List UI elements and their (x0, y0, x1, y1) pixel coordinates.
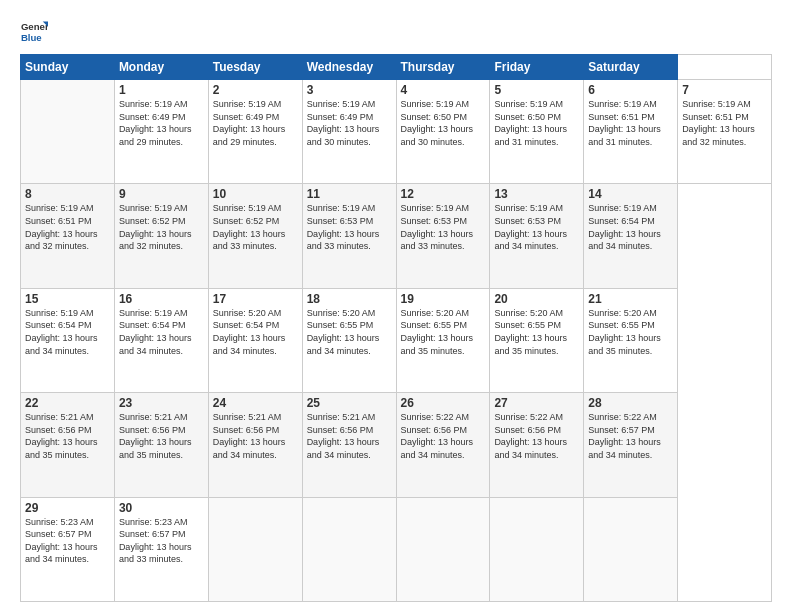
calendar-cell: 7Sunrise: 5:19 AMSunset: 6:51 PMDaylight… (678, 80, 772, 184)
day-info: Sunrise: 5:20 AMSunset: 6:55 PMDaylight:… (494, 307, 579, 357)
day-number: 17 (213, 292, 298, 306)
calendar-cell: 22Sunrise: 5:21 AMSunset: 6:56 PMDayligh… (21, 393, 115, 497)
day-info: Sunrise: 5:19 AMSunset: 6:50 PMDaylight:… (494, 98, 579, 148)
calendar-cell: 20Sunrise: 5:20 AMSunset: 6:55 PMDayligh… (490, 288, 584, 392)
day-info: Sunrise: 5:20 AMSunset: 6:55 PMDaylight:… (588, 307, 673, 357)
day-info: Sunrise: 5:22 AMSunset: 6:56 PMDaylight:… (494, 411, 579, 461)
day-number: 6 (588, 83, 673, 97)
day-info: Sunrise: 5:19 AMSunset: 6:52 PMDaylight:… (119, 202, 204, 252)
day-number: 2 (213, 83, 298, 97)
day-number: 30 (119, 501, 204, 515)
day-number: 3 (307, 83, 392, 97)
day-number: 10 (213, 187, 298, 201)
calendar-week-3: 15Sunrise: 5:19 AMSunset: 6:54 PMDayligh… (21, 288, 772, 392)
day-number: 24 (213, 396, 298, 410)
day-number: 19 (401, 292, 486, 306)
day-number: 29 (25, 501, 110, 515)
day-info: Sunrise: 5:19 AMSunset: 6:54 PMDaylight:… (25, 307, 110, 357)
calendar-cell: 17Sunrise: 5:20 AMSunset: 6:54 PMDayligh… (208, 288, 302, 392)
calendar-cell: 10Sunrise: 5:19 AMSunset: 6:52 PMDayligh… (208, 184, 302, 288)
logo-icon: General Blue (20, 18, 48, 46)
day-info: Sunrise: 5:23 AMSunset: 6:57 PMDaylight:… (119, 516, 204, 566)
col-header-saturday: Saturday (584, 55, 678, 80)
day-info: Sunrise: 5:19 AMSunset: 6:49 PMDaylight:… (119, 98, 204, 148)
calendar-cell: 12Sunrise: 5:19 AMSunset: 6:53 PMDayligh… (396, 184, 490, 288)
day-info: Sunrise: 5:19 AMSunset: 6:53 PMDaylight:… (307, 202, 392, 252)
col-header-tuesday: Tuesday (208, 55, 302, 80)
calendar-cell: 24Sunrise: 5:21 AMSunset: 6:56 PMDayligh… (208, 393, 302, 497)
calendar-cell: 28Sunrise: 5:22 AMSunset: 6:57 PMDayligh… (584, 393, 678, 497)
day-info: Sunrise: 5:19 AMSunset: 6:51 PMDaylight:… (588, 98, 673, 148)
day-number: 18 (307, 292, 392, 306)
calendar-cell: 9Sunrise: 5:19 AMSunset: 6:52 PMDaylight… (114, 184, 208, 288)
calendar-week-5: 29Sunrise: 5:23 AMSunset: 6:57 PMDayligh… (21, 497, 772, 601)
calendar-cell: 21Sunrise: 5:20 AMSunset: 6:55 PMDayligh… (584, 288, 678, 392)
day-info: Sunrise: 5:21 AMSunset: 6:56 PMDaylight:… (119, 411, 204, 461)
calendar-cell: 18Sunrise: 5:20 AMSunset: 6:55 PMDayligh… (302, 288, 396, 392)
calendar-cell-empty (21, 80, 115, 184)
col-header-sunday: Sunday (21, 55, 115, 80)
day-info: Sunrise: 5:19 AMSunset: 6:51 PMDaylight:… (682, 98, 767, 148)
day-number: 26 (401, 396, 486, 410)
day-number: 1 (119, 83, 204, 97)
day-info: Sunrise: 5:19 AMSunset: 6:49 PMDaylight:… (213, 98, 298, 148)
calendar-cell: 23Sunrise: 5:21 AMSunset: 6:56 PMDayligh… (114, 393, 208, 497)
calendar-cell (208, 497, 302, 601)
day-number: 8 (25, 187, 110, 201)
day-info: Sunrise: 5:21 AMSunset: 6:56 PMDaylight:… (213, 411, 298, 461)
day-number: 13 (494, 187, 579, 201)
calendar-cell: 15Sunrise: 5:19 AMSunset: 6:54 PMDayligh… (21, 288, 115, 392)
calendar-cell (490, 497, 584, 601)
calendar-cell: 14Sunrise: 5:19 AMSunset: 6:54 PMDayligh… (584, 184, 678, 288)
calendar-cell: 5Sunrise: 5:19 AMSunset: 6:50 PMDaylight… (490, 80, 584, 184)
day-info: Sunrise: 5:19 AMSunset: 6:53 PMDaylight:… (494, 202, 579, 252)
day-info: Sunrise: 5:19 AMSunset: 6:54 PMDaylight:… (119, 307, 204, 357)
day-number: 15 (25, 292, 110, 306)
day-number: 4 (401, 83, 486, 97)
day-info: Sunrise: 5:22 AMSunset: 6:56 PMDaylight:… (401, 411, 486, 461)
day-info: Sunrise: 5:19 AMSunset: 6:51 PMDaylight:… (25, 202, 110, 252)
day-number: 7 (682, 83, 767, 97)
day-number: 12 (401, 187, 486, 201)
header: General Blue (20, 18, 772, 46)
day-number: 11 (307, 187, 392, 201)
day-number: 14 (588, 187, 673, 201)
day-info: Sunrise: 5:23 AMSunset: 6:57 PMDaylight:… (25, 516, 110, 566)
calendar-cell: 1Sunrise: 5:19 AMSunset: 6:49 PMDaylight… (114, 80, 208, 184)
day-number: 21 (588, 292, 673, 306)
col-header-friday: Friday (490, 55, 584, 80)
calendar-week-4: 22Sunrise: 5:21 AMSunset: 6:56 PMDayligh… (21, 393, 772, 497)
calendar-cell: 19Sunrise: 5:20 AMSunset: 6:55 PMDayligh… (396, 288, 490, 392)
day-number: 5 (494, 83, 579, 97)
day-info: Sunrise: 5:19 AMSunset: 6:49 PMDaylight:… (307, 98, 392, 148)
day-info: Sunrise: 5:20 AMSunset: 6:55 PMDaylight:… (401, 307, 486, 357)
calendar-cell: 30Sunrise: 5:23 AMSunset: 6:57 PMDayligh… (114, 497, 208, 601)
calendar-week-2: 8Sunrise: 5:19 AMSunset: 6:51 PMDaylight… (21, 184, 772, 288)
day-number: 25 (307, 396, 392, 410)
calendar-header-row: SundayMondayTuesdayWednesdayThursdayFrid… (21, 55, 772, 80)
calendar-cell: 8Sunrise: 5:19 AMSunset: 6:51 PMDaylight… (21, 184, 115, 288)
col-header-thursday: Thursday (396, 55, 490, 80)
day-number: 23 (119, 396, 204, 410)
calendar-cell: 3Sunrise: 5:19 AMSunset: 6:49 PMDaylight… (302, 80, 396, 184)
calendar-cell: 27Sunrise: 5:22 AMSunset: 6:56 PMDayligh… (490, 393, 584, 497)
col-header-wednesday: Wednesday (302, 55, 396, 80)
calendar-cell: 26Sunrise: 5:22 AMSunset: 6:56 PMDayligh… (396, 393, 490, 497)
calendar-cell (396, 497, 490, 601)
day-info: Sunrise: 5:21 AMSunset: 6:56 PMDaylight:… (25, 411, 110, 461)
day-info: Sunrise: 5:20 AMSunset: 6:55 PMDaylight:… (307, 307, 392, 357)
day-number: 27 (494, 396, 579, 410)
day-info: Sunrise: 5:20 AMSunset: 6:54 PMDaylight:… (213, 307, 298, 357)
day-number: 9 (119, 187, 204, 201)
calendar-cell: 16Sunrise: 5:19 AMSunset: 6:54 PMDayligh… (114, 288, 208, 392)
day-number: 16 (119, 292, 204, 306)
day-info: Sunrise: 5:21 AMSunset: 6:56 PMDaylight:… (307, 411, 392, 461)
day-info: Sunrise: 5:19 AMSunset: 6:52 PMDaylight:… (213, 202, 298, 252)
calendar-cell (584, 497, 678, 601)
calendar-cell: 29Sunrise: 5:23 AMSunset: 6:57 PMDayligh… (21, 497, 115, 601)
calendar-cell (302, 497, 396, 601)
svg-text:General: General (21, 21, 48, 32)
day-number: 22 (25, 396, 110, 410)
calendar-cell: 4Sunrise: 5:19 AMSunset: 6:50 PMDaylight… (396, 80, 490, 184)
page: General Blue SundayMondayTuesdayWednesda… (0, 0, 792, 612)
